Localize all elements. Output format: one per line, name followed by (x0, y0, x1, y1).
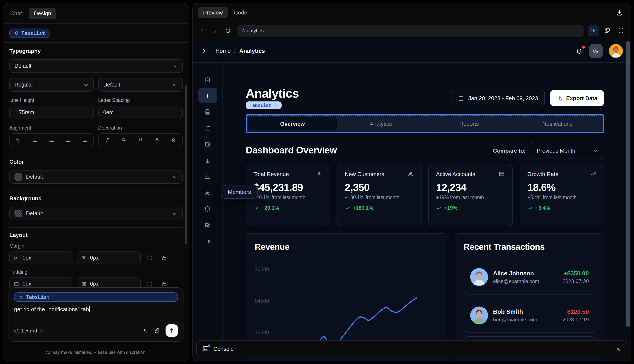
rail-item-messages[interactable] (198, 218, 217, 233)
breadcrumb-home[interactable]: Home (215, 48, 231, 54)
prompt-component-chip[interactable]: TabsList (14, 292, 178, 302)
tab-reports[interactable]: Reports (425, 117, 513, 130)
padding-label: Padding (10, 270, 183, 274)
tab-code[interactable]: Code (234, 10, 247, 16)
tab-design[interactable]: Design (29, 8, 56, 19)
rail-item-folder[interactable] (198, 120, 217, 136)
background-select[interactable]: Default (10, 207, 183, 220)
strikethrough-button[interactable] (115, 137, 132, 143)
date-range-picker[interactable]: Jan 20, 2023 - Feb 09, 2023 (451, 90, 545, 106)
copy-page-button[interactable] (601, 25, 613, 36)
background-title: Background (10, 195, 183, 202)
tab-notifications[interactable]: Notifications (513, 117, 601, 130)
theme-toggle-button[interactable] (589, 44, 603, 58)
back-button[interactable] (197, 25, 207, 36)
arrow-up-icon (169, 327, 175, 334)
transaction-amount: -$120.50 (562, 308, 589, 315)
stat-label: New Customers (345, 171, 384, 177)
notifications-bell-button[interactable] (575, 47, 583, 54)
transactions-title: Recent Transactions (464, 242, 595, 252)
rail-item-receipt[interactable] (198, 152, 217, 168)
app-sidebar-rail (193, 63, 223, 360)
trending-up-icon (345, 205, 350, 211)
expand-margin-button[interactable] (144, 252, 155, 264)
transaction-avatar (470, 306, 488, 324)
users-icon (407, 170, 414, 177)
rail-item-printer[interactable] (198, 104, 217, 119)
line-height-label: Line Height (10, 98, 94, 103)
sidebar-tooltip: Members (221, 185, 258, 198)
rail-item-credit-card[interactable] (198, 169, 217, 184)
diamond-icon (19, 295, 24, 300)
rail-item-users[interactable] (198, 185, 217, 200)
lock-margin-button[interactable] (159, 252, 170, 264)
tab-analytics[interactable]: Analytics (337, 117, 425, 130)
console-notification-dot (208, 344, 210, 347)
overline-button[interactable] (149, 137, 165, 143)
align-justify-button[interactable] (77, 137, 93, 143)
selected-component-chip[interactable]: TabsList (10, 28, 50, 38)
font-family-select[interactable]: Default (10, 59, 183, 73)
fullscreen-button[interactable] (615, 25, 626, 36)
align-left-button[interactable] (27, 137, 43, 143)
export-data-button[interactable]: Export Data (550, 90, 604, 106)
letter-spacing-input[interactable]: 0em (98, 106, 183, 119)
compare-select[interactable]: Previous Month (531, 142, 604, 159)
rail-item-shield[interactable] (198, 201, 217, 216)
attach-file-button[interactable] (154, 327, 160, 334)
rail-item-home[interactable] (198, 72, 217, 87)
rail-item-wallet[interactable] (198, 136, 217, 152)
user-avatar[interactable] (609, 44, 623, 58)
messages-icon (204, 222, 211, 229)
credit-card-icon (204, 173, 211, 180)
underline-button[interactable] (132, 137, 149, 143)
stat-card-new-customers: New Customers2,350+180.1% from last mont… (337, 164, 422, 226)
console-bar[interactable]: Console (196, 340, 627, 357)
model-select[interactable]: v0-1.5-md (14, 328, 44, 334)
font-size-value: Default (103, 82, 120, 88)
rail-item-video[interactable] (198, 234, 217, 249)
download-button[interactable] (613, 6, 625, 18)
prompt-input[interactable]: get rid of the "notifications" tab (14, 306, 178, 324)
design-select-button[interactable] (588, 25, 599, 36)
selection-tag[interactable]: TabsList (246, 102, 281, 109)
margin-y-value: 0px (90, 255, 99, 261)
send-button[interactable] (166, 324, 178, 337)
undo-button[interactable] (10, 137, 27, 143)
preview-scrollbar-thumb[interactable] (626, 41, 630, 327)
prompt-chip-label: TabsList (26, 294, 50, 300)
rail-item-bar-chart[interactable] (198, 88, 217, 103)
margin-y-icon (81, 255, 87, 261)
font-weight-select[interactable]: Regular (10, 78, 94, 92)
align-center-button[interactable] (43, 137, 60, 143)
margin-y-input[interactable]: 0px (77, 252, 141, 264)
stat-subtext: +180.1% from last month (345, 195, 414, 200)
url-input[interactable]: /analytics (237, 24, 584, 36)
transaction-amount: +$350.00 (562, 270, 589, 276)
chevrons-up-icon[interactable] (615, 346, 621, 352)
italic-button[interactable] (99, 137, 115, 143)
color-select[interactable]: Default (10, 170, 183, 184)
tab-preview[interactable]: Preview (198, 7, 228, 18)
tab-overview[interactable]: Overview (248, 117, 337, 130)
margin-x-value: 0px (23, 255, 31, 261)
margin-x-input[interactable]: 0px (10, 252, 73, 264)
tabs-list: OverviewAnalyticsReportsNotifications (247, 116, 603, 132)
left-panel-scrollbar[interactable] (185, 85, 187, 244)
no-decoration-button[interactable] (166, 137, 182, 143)
text-caret (89, 306, 90, 312)
trending-up-icon (436, 205, 442, 211)
enhance-prompt-button[interactable] (142, 327, 148, 334)
transaction-row: Alice Johnsonalice@example.com+$350.0020… (464, 260, 595, 294)
forward-button[interactable] (210, 25, 220, 36)
export-label: Export Data (566, 95, 597, 101)
line-height-input[interactable]: 1.75rem (10, 106, 94, 119)
preview-scrollbar[interactable] (626, 40, 630, 338)
font-size-select[interactable]: Default (98, 78, 183, 92)
alignment-label: Alignment (10, 125, 94, 130)
align-right-button[interactable] (60, 137, 77, 143)
refresh-button[interactable] (223, 25, 233, 36)
more-options-button[interactable] (175, 30, 183, 37)
tab-chat[interactable]: Chat (10, 10, 22, 16)
sidebar-expand-button[interactable] (200, 48, 207, 54)
